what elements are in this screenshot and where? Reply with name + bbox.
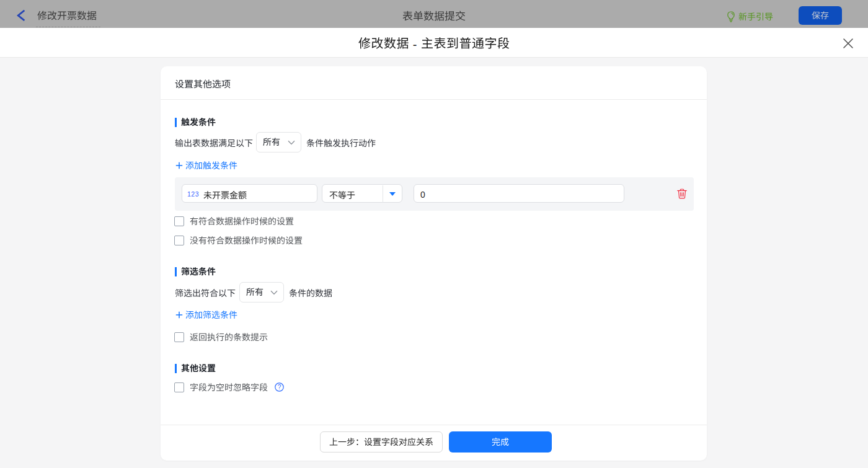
svg-text:?: ? [278,384,281,391]
